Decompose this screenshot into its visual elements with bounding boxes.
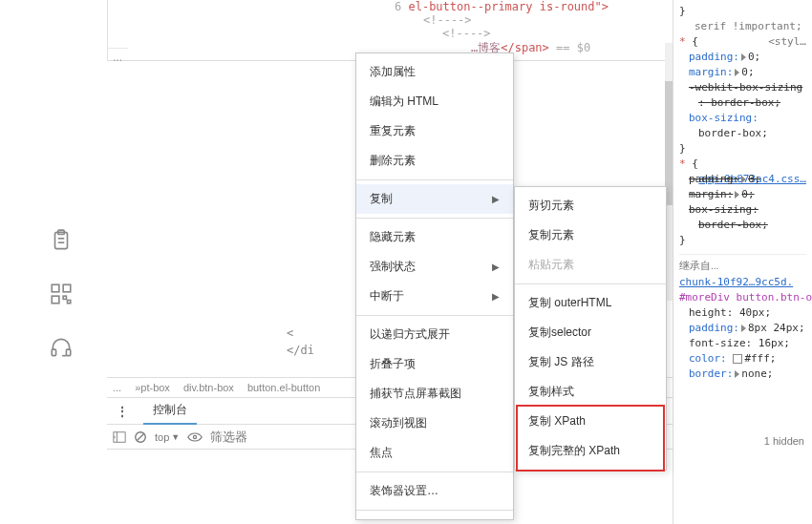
menu-force-state[interactable]: 强制状态▶ bbox=[356, 252, 513, 282]
context-menu-primary: 添加属性 编辑为 HTML 重复元素 删除元素 复制▶ 隐藏元素 强制状态▶ 中… bbox=[355, 52, 514, 520]
menu-decorator-settings[interactable]: 装饰器设置… bbox=[356, 476, 513, 506]
prop[interactable]: height: 40px; bbox=[679, 305, 806, 321]
clipboard-icon[interactable] bbox=[40, 220, 82, 262]
submenu-copy-selector[interactable]: 复制selector bbox=[515, 318, 666, 347]
submenu-copy-xpath[interactable]: 复制 XPath bbox=[515, 407, 666, 436]
context-menu-copy-submenu: 剪切元素 复制元素 粘贴元素 复制 outerHTML 复制selector 复… bbox=[514, 186, 667, 471]
menu-duplicate[interactable]: 重复元素 bbox=[356, 116, 513, 146]
prop[interactable]: padding: bbox=[689, 322, 739, 334]
svg-rect-5 bbox=[63, 284, 71, 292]
prop[interactable]: font-size: 16px; bbox=[679, 336, 806, 351]
live-expression-icon[interactable] bbox=[187, 431, 203, 443]
tab-console[interactable]: 控制台 bbox=[143, 397, 197, 425]
svg-rect-6 bbox=[52, 296, 59, 304]
svg-rect-11 bbox=[114, 431, 125, 442]
breadcrumb-item[interactable]: »pt-box bbox=[135, 382, 170, 393]
color-swatch[interactable] bbox=[733, 354, 742, 364]
breadcrumb-more[interactable]: ... bbox=[113, 382, 121, 393]
style-line: } bbox=[679, 4, 806, 19]
svg-rect-10 bbox=[66, 349, 70, 356]
submenu-copy-styles[interactable]: 复制样式 bbox=[515, 377, 666, 407]
chevron-right-icon: ▶ bbox=[492, 291, 500, 302]
submenu-copy-outerhtml[interactable]: 复制 outerHTML bbox=[515, 288, 666, 318]
left-icon-bar bbox=[40, 220, 82, 380]
filter-input[interactable] bbox=[210, 430, 267, 444]
submenu-cut[interactable]: 剪切元素 bbox=[515, 191, 666, 220]
svg-line-14 bbox=[138, 433, 144, 440]
clear-console-icon[interactable] bbox=[134, 430, 147, 444]
close-div-partial: </di bbox=[287, 344, 314, 357]
prop[interactable]: margin: bbox=[689, 66, 733, 78]
console-more-button[interactable]: ⋮ bbox=[113, 405, 134, 418]
menu-break-on[interactable]: 中断于▶ bbox=[356, 282, 513, 311]
prop-struck[interactable]: -webkit-box-sizing bbox=[689, 81, 802, 94]
comment2: <!----> bbox=[442, 27, 491, 40]
menu-delete[interactable]: 删除元素 bbox=[356, 146, 513, 176]
pane-toggle-icon[interactable] bbox=[113, 430, 126, 444]
breadcrumb-item[interactable]: button.el-button bbox=[247, 382, 320, 393]
submenu-copy-full-xpath[interactable]: 复制完整的 XPath bbox=[515, 436, 666, 466]
hidden-count[interactable]: 1 hidden bbox=[764, 435, 804, 447]
selector: * bbox=[679, 35, 686, 48]
chevron-right-icon: ▶ bbox=[492, 194, 500, 204]
menu-add-attribute[interactable]: 添加属性 bbox=[356, 57, 513, 87]
headset-icon[interactable] bbox=[40, 326, 82, 368]
code-attr: el-button--primary is-round"> bbox=[408, 0, 609, 13]
style-line: serif !important; bbox=[679, 19, 806, 34]
menu-capture-screenshot[interactable]: 捕获节点屏幕截图 bbox=[356, 379, 513, 409]
svg-rect-9 bbox=[52, 349, 55, 356]
svg-rect-8 bbox=[68, 301, 71, 304]
menu-expand-recursive[interactable]: 以递归方式展开 bbox=[356, 320, 513, 349]
prop[interactable]: box-sizing: bbox=[689, 112, 759, 124]
eq0: == $0 bbox=[556, 41, 590, 54]
selector[interactable]: #moreDiv button.btn-outline-danger { bbox=[679, 290, 806, 305]
comment1: <!----> bbox=[423, 13, 472, 27]
inherited-from-label: 继承自... bbox=[679, 254, 806, 273]
submenu-copy-jspath[interactable]: 复制 JS 路径 bbox=[515, 347, 666, 377]
submenu-copy-element[interactable]: 复制元素 bbox=[515, 220, 666, 250]
menu-focus[interactable]: 焦点 bbox=[356, 438, 513, 468]
svg-rect-4 bbox=[52, 284, 59, 292]
stylesheet-link[interactable]: chunk-10f92…9cc5d. bbox=[679, 275, 806, 290]
prop[interactable]: padding: bbox=[689, 51, 739, 63]
menu-hide[interactable]: 隐藏元素 bbox=[356, 222, 513, 252]
submenu-paste: 粘贴元素 bbox=[515, 250, 666, 280]
chevron-right-icon: ▶ bbox=[492, 262, 500, 272]
menu-edit-html[interactable]: 编辑为 HTML bbox=[356, 87, 513, 116]
line-num: 6 bbox=[395, 0, 401, 13]
brace: { bbox=[692, 35, 698, 48]
context-selector[interactable]: top ▼ bbox=[155, 431, 180, 443]
svg-point-15 bbox=[194, 435, 197, 438]
source-link[interactable]: <styl… bbox=[768, 34, 806, 50]
qr-icon[interactable] bbox=[40, 273, 82, 315]
breadcrumb-item[interactable]: div.btn-box bbox=[183, 382, 234, 393]
overflow-ellipsis: ... bbox=[107, 48, 128, 66]
menu-scroll-into-view[interactable]: 滚动到视图 bbox=[356, 409, 513, 438]
svg-rect-7 bbox=[63, 296, 66, 299]
menu-copy-submenu[interactable]: 复制▶ bbox=[356, 184, 513, 214]
menu-collapse-children[interactable]: 折叠子项 bbox=[356, 349, 513, 379]
